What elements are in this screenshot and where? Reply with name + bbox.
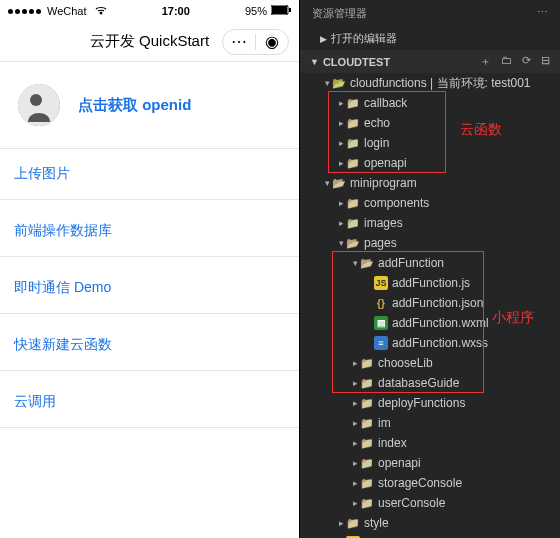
nav-bar: 云开发 QuickStart ⋯ ◉ bbox=[0, 22, 299, 62]
wifi-icon bbox=[95, 5, 107, 17]
folder-addFunction[interactable]: ▾addFunction bbox=[300, 253, 560, 273]
tree-label: miniprogram bbox=[350, 176, 417, 190]
tree-label: style bbox=[364, 516, 389, 530]
folder-icon bbox=[332, 176, 346, 190]
file-tree: 云函数 小程序 ▾cloudfunctions | 当前环境: test001▸… bbox=[300, 73, 560, 538]
close-button[interactable]: ◉ bbox=[256, 29, 288, 55]
status-bar: WeChat 17:00 95% bbox=[0, 0, 299, 22]
chevron-right-icon: ▸ bbox=[336, 158, 346, 168]
folder-icon bbox=[346, 116, 360, 130]
menu-item-2[interactable]: 即时通信 Demo bbox=[0, 263, 299, 314]
json-icon bbox=[374, 296, 388, 310]
tree-label: callback bbox=[364, 96, 407, 110]
tree-label: chooseLib bbox=[378, 356, 433, 370]
more-icon[interactable]: ⋯ bbox=[537, 6, 548, 21]
battery-icon bbox=[271, 5, 291, 17]
file-app-js[interactable]: JSapp.js bbox=[300, 533, 560, 538]
chevron-right-icon: ▸ bbox=[350, 418, 360, 428]
folder-storageConsole[interactable]: ▸storageConsole bbox=[300, 473, 560, 493]
root-label: CLOUDTEST bbox=[323, 56, 390, 68]
chevron-right-icon: ▸ bbox=[336, 518, 346, 528]
folder-index[interactable]: ▸index bbox=[300, 433, 560, 453]
menu-list: 上传图片前端操作数据库即时通信 Demo快速新建云函数云调用 bbox=[0, 148, 299, 434]
folder-openapi[interactable]: ▸openapi bbox=[300, 153, 560, 173]
chevron-right-icon: ▸ bbox=[350, 398, 360, 408]
svg-rect-1 bbox=[272, 6, 287, 14]
menu-item-0[interactable]: 上传图片 bbox=[0, 149, 299, 200]
folder-style[interactable]: ▸style bbox=[300, 513, 560, 533]
panel-title: 资源管理器 bbox=[312, 6, 367, 21]
folder-echo[interactable]: ▸echo bbox=[300, 113, 560, 133]
battery-pct: 95% bbox=[245, 5, 267, 17]
collapse-icon[interactable]: ⊟ bbox=[541, 54, 550, 69]
tree-label: storageConsole bbox=[378, 476, 462, 490]
carrier-label: WeChat bbox=[47, 5, 87, 17]
chevron-right-icon: ▸ bbox=[350, 498, 360, 508]
folder-icon bbox=[346, 516, 360, 530]
folder-callback[interactable]: ▸callback bbox=[300, 93, 560, 113]
chevron-right-icon: ▸ bbox=[336, 138, 346, 148]
chevron-right-icon: ▸ bbox=[350, 378, 360, 388]
tree-label: databaseGuide bbox=[378, 376, 459, 390]
tree-label: echo bbox=[364, 116, 390, 130]
new-file-icon[interactable]: ＋ bbox=[480, 54, 491, 69]
new-folder-icon[interactable]: 🗀 bbox=[501, 54, 512, 69]
file-addFunction-js[interactable]: JSaddFunction.js bbox=[300, 273, 560, 293]
folder-deployFunctions[interactable]: ▸deployFunctions bbox=[300, 393, 560, 413]
avatar[interactable] bbox=[18, 84, 60, 126]
folder-miniprogram[interactable]: ▾miniprogram bbox=[300, 173, 560, 193]
svg-point-4 bbox=[30, 94, 42, 106]
folder-icon bbox=[360, 416, 374, 430]
tree-label: index bbox=[378, 436, 407, 450]
wxml-icon: ▤ bbox=[374, 316, 388, 330]
folder-icon bbox=[332, 76, 346, 90]
explorer-panel: 资源管理器 ⋯ ▶ 打开的编辑器 ▼CLOUDTEST ＋ 🗀 ⟳ ⊟ 云函数 … bbox=[300, 0, 560, 538]
tree-label: addFunction.wxml bbox=[392, 316, 489, 330]
folder-cloudfunctions---------test001[interactable]: ▾cloudfunctions | 当前环境: test001 bbox=[300, 73, 560, 93]
tree-label: addFunction.json bbox=[392, 296, 483, 310]
menu-button[interactable]: ⋯ bbox=[223, 29, 255, 55]
page-title: 云开发 QuickStart bbox=[90, 32, 209, 51]
folder-images[interactable]: ▸images bbox=[300, 213, 560, 233]
menu-item-1[interactable]: 前端操作数据库 bbox=[0, 206, 299, 257]
get-openid-button[interactable]: 点击获取 openid bbox=[78, 96, 191, 115]
tree-label: components bbox=[364, 196, 429, 210]
chevron-right-icon: ▸ bbox=[350, 438, 360, 448]
tree-label: addFunction bbox=[378, 256, 444, 270]
tree-label: openapi bbox=[378, 456, 421, 470]
file-addFunction-json[interactable]: addFunction.json bbox=[300, 293, 560, 313]
folder-icon bbox=[360, 456, 374, 470]
folder-databaseGuide[interactable]: ▸databaseGuide bbox=[300, 373, 560, 393]
folder-im[interactable]: ▸im bbox=[300, 413, 560, 433]
folder-icon bbox=[346, 96, 360, 110]
menu-item-4[interactable]: 云调用 bbox=[0, 377, 299, 428]
hero-section: 点击获取 openid bbox=[0, 62, 299, 148]
tree-label: deployFunctions bbox=[378, 396, 465, 410]
miniapp-simulator: WeChat 17:00 95% 云开发 QuickStart ⋯ ◉ 点击获取… bbox=[0, 0, 300, 538]
folder-login[interactable]: ▸login bbox=[300, 133, 560, 153]
folder-icon bbox=[360, 496, 374, 510]
menu-item-3[interactable]: 快速新建云函数 bbox=[0, 320, 299, 371]
folder-chooseLib[interactable]: ▸chooseLib bbox=[300, 353, 560, 373]
chevron-down-icon: ▾ bbox=[322, 78, 332, 88]
chevron-right-icon: ▸ bbox=[336, 118, 346, 128]
folder-icon bbox=[346, 216, 360, 230]
folder-icon bbox=[360, 376, 374, 390]
chevron-down-icon: ▾ bbox=[322, 178, 332, 188]
folder-icon bbox=[360, 356, 374, 370]
file-addFunction-wxss[interactable]: ≡addFunction.wxss bbox=[300, 333, 560, 353]
chevron-right-icon: ▸ bbox=[336, 218, 346, 228]
root-header[interactable]: ▼CLOUDTEST ＋ 🗀 ⟳ ⊟ bbox=[300, 50, 560, 73]
opened-editors-header[interactable]: ▶ 打开的编辑器 bbox=[300, 27, 560, 50]
folder-icon bbox=[360, 256, 374, 270]
file-addFunction-wxml[interactable]: ▤addFunction.wxml bbox=[300, 313, 560, 333]
chevron-down-icon: ▾ bbox=[336, 238, 346, 248]
chevron-right-icon: ▸ bbox=[350, 358, 360, 368]
folder-userConsole[interactable]: ▸userConsole bbox=[300, 493, 560, 513]
refresh-icon[interactable]: ⟳ bbox=[522, 54, 531, 69]
panel-title-bar: 资源管理器 ⋯ bbox=[300, 0, 560, 27]
svg-rect-2 bbox=[289, 8, 291, 12]
folder-components[interactable]: ▸components bbox=[300, 193, 560, 213]
folder-pages[interactable]: ▾pages bbox=[300, 233, 560, 253]
folder-openapi[interactable]: ▸openapi bbox=[300, 453, 560, 473]
